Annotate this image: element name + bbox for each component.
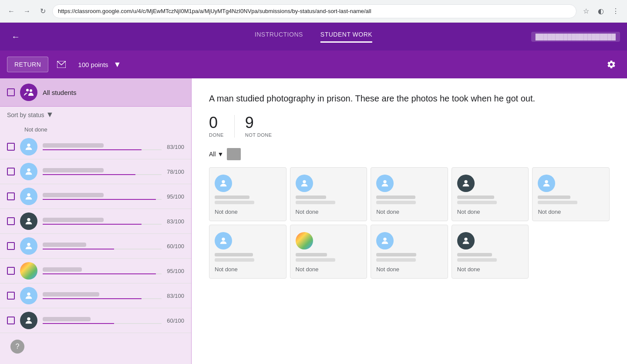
- all-students-row[interactable]: All students: [0, 78, 191, 107]
- svg-point-14: [545, 180, 548, 183]
- student-checkbox[interactable]: [7, 242, 15, 250]
- student-name-area: [43, 218, 162, 225]
- student-card[interactable]: Not done: [209, 225, 287, 279]
- student-row[interactable]: 83/100: [0, 209, 191, 234]
- sort-dropdown-icon[interactable]: ▼: [46, 110, 54, 119]
- student-score: 95/100: [167, 268, 184, 274]
- student-checkbox[interactable]: [7, 317, 15, 324]
- card-status: Not done: [296, 266, 319, 273]
- filter-select[interactable]: All ▼: [209, 151, 223, 158]
- student-card[interactable]: Not done: [371, 167, 448, 221]
- student-name-blur: [43, 317, 91, 321]
- reload-button[interactable]: ↻: [37, 5, 49, 17]
- filter-bar: All ▼: [209, 148, 610, 160]
- student-card[interactable]: Not done: [452, 225, 529, 279]
- settings-button[interactable]: [603, 56, 620, 73]
- svg-point-11: [303, 180, 306, 183]
- student-list: 83/100 78/100: [0, 135, 191, 333]
- student-card[interactable]: Not done: [371, 225, 448, 279]
- not-done-count: 9: [245, 115, 254, 131]
- extension-button[interactable]: ◐: [595, 5, 607, 17]
- student-row[interactable]: 95/100: [0, 184, 191, 209]
- student-avatar: [20, 212, 37, 230]
- student-checkbox[interactable]: [7, 217, 15, 225]
- student-name-blur: [43, 218, 104, 222]
- student-row[interactable]: 78/100: [0, 159, 191, 184]
- student-card[interactable]: Not done: [452, 167, 529, 221]
- sort-label[interactable]: Sort by status: [7, 111, 44, 118]
- toolbar: RETURN 100 points ▼: [0, 51, 627, 78]
- card-avatar: [538, 175, 555, 192]
- svg-point-16: [384, 238, 387, 241]
- student-score: 83/100: [167, 293, 184, 299]
- menu-button[interactable]: ⋮: [610, 5, 622, 17]
- student-card[interactable]: Not done: [290, 167, 367, 221]
- done-label: DONE: [209, 132, 224, 138]
- student-cards-grid: Not done Not done Not done: [209, 167, 610, 279]
- student-card[interactable]: Not done: [532, 167, 610, 221]
- card-avatar: [296, 232, 313, 249]
- card-name-blur: [457, 253, 492, 256]
- student-name-area: [43, 292, 162, 299]
- email-button[interactable]: [54, 57, 69, 72]
- student-name-area: [43, 193, 162, 200]
- student-row[interactable]: 83/100: [0, 283, 191, 308]
- student-avatar: [20, 163, 37, 180]
- done-stat: 0 DONE: [209, 115, 224, 138]
- svg-point-12: [384, 180, 387, 183]
- card-avatar: [457, 175, 475, 192]
- student-row[interactable]: 60/100: [0, 234, 191, 259]
- stats-row: 0 DONE 9 NOT DONE: [209, 115, 610, 138]
- card-status: Not done: [376, 266, 399, 273]
- not-done-stat: 9 NOT DONE: [245, 115, 272, 138]
- student-name-blur: [43, 267, 82, 272]
- student-checkbox[interactable]: [7, 143, 15, 151]
- svg-point-17: [464, 238, 467, 241]
- student-card[interactable]: Not done: [209, 167, 287, 221]
- app-header: ← INSTRUCTIONS STUDENT WORK ████████████…: [0, 23, 627, 51]
- student-row[interactable]: 60/100: [0, 308, 191, 333]
- svg-point-13: [464, 180, 467, 183]
- card-name-blur: [296, 253, 327, 256]
- card-avatar: [215, 175, 232, 192]
- student-name-area: [43, 168, 162, 175]
- student-score: 60/100: [167, 243, 184, 249]
- card-name-blur-2: [538, 201, 577, 204]
- return-button[interactable]: RETURN: [7, 57, 48, 72]
- bookmark-button[interactable]: ☆: [580, 5, 592, 17]
- student-checkbox[interactable]: [7, 168, 15, 175]
- svg-point-2: [30, 89, 32, 92]
- app-back-button[interactable]: ←: [7, 28, 24, 45]
- student-card[interactable]: Not done: [290, 225, 367, 279]
- points-label: 100 points: [78, 61, 108, 68]
- card-status: Not done: [376, 209, 399, 215]
- url-bar[interactable]: https://classroom.google.com/u/4/c/MjEwM…: [52, 4, 576, 18]
- student-checkbox[interactable]: [7, 292, 15, 300]
- student-checkbox[interactable]: [7, 192, 15, 200]
- instructions-tab[interactable]: INSTRUCTIONS: [255, 31, 303, 43]
- url-text: https://classroom.google.com/u/4/c/MjEwM…: [58, 8, 571, 14]
- all-students-label: All students: [43, 89, 77, 96]
- card-avatar: [296, 175, 313, 192]
- points-dropdown[interactable]: ▼: [114, 60, 121, 69]
- card-name-blur: [215, 253, 253, 256]
- help-button[interactable]: ?: [10, 340, 24, 354]
- student-row[interactable]: 95/100: [0, 259, 191, 283]
- student-name-blur: [43, 292, 99, 297]
- card-status: Not done: [538, 209, 561, 215]
- header-right: ████████████████████: [531, 32, 620, 42]
- svg-point-8: [27, 293, 30, 296]
- folder-icon[interactable]: [227, 148, 241, 160]
- student-work-tab[interactable]: STUDENT WORK: [320, 31, 372, 43]
- student-name-area: [43, 243, 162, 249]
- student-row[interactable]: 83/100: [0, 135, 191, 159]
- filter-label: All: [209, 151, 216, 158]
- student-checkbox[interactable]: [7, 267, 15, 275]
- student-name-area: [43, 317, 162, 324]
- student-avatar: [20, 312, 37, 329]
- all-students-checkbox[interactable]: [7, 88, 15, 96]
- filter-chevron-icon[interactable]: ▼: [218, 151, 224, 158]
- card-avatar: [376, 175, 394, 192]
- back-button[interactable]: ←: [5, 5, 17, 17]
- forward-button[interactable]: →: [21, 5, 33, 17]
